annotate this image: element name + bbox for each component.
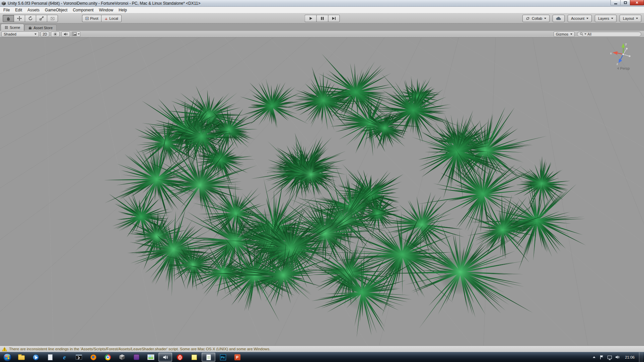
action-center-button[interactable] [598, 353, 605, 362]
main-toolbar: Pivot Local [0, 13, 644, 23]
unity-editor-window: Unity 5.6.0f3 Personal (64bit) - Voronoi… [0, 0, 644, 352]
taskbar-item-volume-mixer[interactable] [158, 353, 172, 362]
taskbar-item-text-editor[interactable] [202, 353, 215, 362]
start-button[interactable] [1, 352, 14, 362]
tab-asset-store[interactable]: Asset Store [24, 24, 57, 31]
window-titlebar[interactable]: Unity 5.6.0f3 Personal (64bit) - Voronoi… [0, 0, 644, 7]
transform-tool-group [3, 15, 58, 22]
taskbar-item-sticky-notes[interactable] [187, 353, 201, 362]
maximize-icon [624, 1, 627, 4]
scale-tool-button[interactable] [36, 15, 47, 22]
notepad-icon [48, 354, 53, 360]
cloud-icon [556, 16, 561, 20]
menu-window[interactable]: Window [96, 7, 116, 13]
move-tool-button[interactable] [14, 15, 25, 22]
unity-cube-icon [119, 354, 125, 360]
axis-gizmo-icon: x y z [609, 41, 637, 66]
network-monitor-icon [607, 356, 612, 359]
tab-asset-store-label: Asset Store [33, 26, 53, 30]
taskbar-item-internet-explorer[interactable]: e [58, 353, 71, 362]
hand-tool-button[interactable] [3, 15, 14, 22]
layers-dropdown[interactable]: Layers [595, 15, 617, 22]
taskbar-clock[interactable]: 21:06 [622, 355, 638, 359]
projection-toggle[interactable]: Persp [617, 66, 630, 70]
step-icon [332, 16, 336, 21]
taskbar-item-photoshop[interactable]: Ps [216, 353, 230, 362]
warning-icon [2, 347, 7, 351]
audio-toggle-button[interactable] [61, 32, 70, 37]
effects-image-icon [72, 32, 77, 36]
scale-icon [39, 16, 44, 21]
collab-dropdown[interactable]: Collab [522, 15, 550, 22]
taskbar-item-photo-viewer[interactable] [144, 353, 158, 362]
local-label: Local [109, 16, 118, 20]
taskbar-item-unity-editor[interactable] [115, 353, 129, 362]
pause-button[interactable] [316, 15, 328, 22]
cloud-button[interactable] [553, 15, 565, 22]
collab-sync-icon [526, 16, 530, 20]
menu-help[interactable]: Help [116, 7, 130, 13]
foliage-render-canvas [0, 38, 644, 346]
pause-icon [320, 16, 325, 21]
chevron-down-icon [611, 18, 613, 19]
local-axes-icon [104, 17, 108, 20]
menu-assets[interactable]: Assets [25, 7, 42, 13]
gizmos-label: Gizmos [556, 32, 568, 36]
show-desktop-button[interactable] [639, 352, 643, 362]
scene-viewport[interactable]: x y z Persp [0, 38, 644, 346]
rect-tool-button[interactable] [47, 15, 58, 22]
local-toggle-button[interactable]: Local [101, 15, 121, 22]
gizmos-dropdown[interactable]: Gizmos [554, 32, 575, 37]
status-bar[interactable]: There are inconsistent line endings in t… [0, 346, 644, 352]
draw-mode-dropdown[interactable]: Shaded [1, 32, 39, 37]
powerpoint-icon: P [234, 354, 240, 360]
taskbar-item-windows-explorer[interactable] [14, 353, 28, 362]
layout-dropdown[interactable]: Layout [620, 15, 641, 22]
pivot-label: Pivot [90, 16, 98, 20]
chevron-down-icon [586, 18, 588, 19]
taskbar-item-firefox[interactable] [86, 353, 100, 362]
taskbar-item-notepad[interactable] [43, 353, 57, 362]
chevron-down-icon [636, 18, 638, 19]
taskbar-item-chrome[interactable] [101, 353, 115, 362]
effects-dropdown-button[interactable] [72, 32, 80, 37]
rotate-tool-button[interactable] [25, 15, 36, 22]
tray-expand-button[interactable] [591, 353, 597, 362]
menu-gameobject[interactable]: GameObject [42, 7, 70, 13]
maximize-button[interactable] [620, 0, 630, 5]
lighting-toggle-button[interactable] [51, 32, 60, 37]
taskbar-item-opera[interactable] [173, 353, 187, 362]
network-icon[interactable] [606, 353, 613, 362]
chevron-down-icon [570, 34, 572, 35]
taskbar-item-media-player[interactable] [29, 353, 43, 362]
collab-label: Collab [532, 16, 542, 20]
media-player-icon [33, 354, 39, 360]
tab-scene[interactable]: Scene [1, 24, 24, 31]
orientation-gizmo[interactable]: x y z Persp [608, 41, 639, 70]
rect-icon [50, 16, 55, 21]
taskbar-item-command-prompt[interactable] [72, 353, 86, 362]
draw-mode-label: Shaded [4, 32, 16, 36]
taskbar-item-powerpoint[interactable]: P [230, 353, 244, 362]
close-button[interactable]: × [630, 0, 644, 5]
play-button[interactable] [304, 15, 316, 22]
scene-search-field[interactable]: All [577, 32, 641, 37]
menu-component[interactable]: Component [70, 7, 96, 13]
account-dropdown[interactable]: Account [568, 15, 592, 22]
pivot-toggle-button[interactable]: Pivot [82, 15, 101, 22]
volume-icon[interactable] [614, 353, 621, 362]
taskbar-item-visual-studio[interactable] [130, 353, 143, 362]
step-button[interactable] [328, 15, 340, 22]
scene-toolbar-right: Gizmos All [554, 32, 643, 37]
menu-file[interactable]: File [1, 7, 12, 13]
2d-toggle-button[interactable]: 2D [41, 32, 49, 37]
taskbar: e Ps P 21 [0, 352, 644, 362]
minimize-button[interactable] [611, 0, 621, 5]
menu-bar: File Edit Assets GameObject Component Wi… [0, 7, 644, 13]
tray-speaker-icon [615, 355, 620, 359]
chrome-icon [105, 354, 111, 360]
explorer-folder-icon [18, 355, 25, 360]
opera-icon [177, 354, 183, 360]
menu-edit[interactable]: Edit [12, 7, 25, 13]
photo-viewer-icon [148, 355, 154, 360]
